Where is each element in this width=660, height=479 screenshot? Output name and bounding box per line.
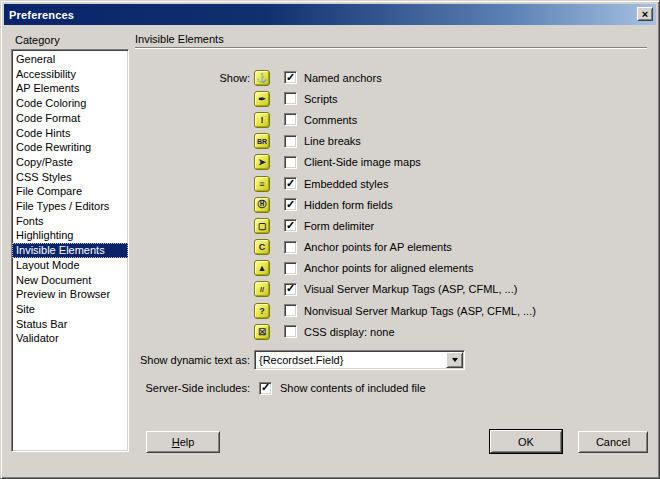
option-row: ➤ Client-Side image maps — [135, 152, 649, 173]
dynamic-text-row: Show dynamic text as: {Recordset.Field} — [135, 350, 465, 370]
help-button[interactable]: Help — [146, 431, 220, 453]
server-side-includes-option-label: Show contents of included file — [280, 382, 426, 394]
option-row: ☒ CSS display: none — [135, 321, 649, 342]
show-label: Show: — [135, 72, 254, 84]
option-checkbox[interactable] — [284, 177, 297, 190]
named-anchors-icon: ⚓ — [254, 70, 270, 86]
option-checkbox[interactable] — [284, 304, 297, 317]
cancel-button[interactable]: Cancel — [578, 431, 648, 453]
cancel-button-label: Cancel — [596, 436, 630, 448]
help-button-label: Help — [172, 436, 195, 448]
option-label: CSS display: none — [304, 326, 395, 338]
category-item-status-bar[interactable]: Status Bar — [12, 317, 128, 332]
option-row: Show: ⚓ Named anchors — [135, 67, 649, 88]
option-row: BR Line breaks — [135, 131, 649, 152]
server-side-includes-label: Server-Side includes: — [135, 382, 254, 394]
category-label: Category — [15, 34, 60, 46]
option-row: C Anchor points for AP elements — [135, 237, 649, 258]
panel-title: Invisible Elements — [135, 33, 224, 45]
ap-elements-anchor-icon: C — [254, 239, 270, 255]
category-item-code-hints[interactable]: Code Hints — [12, 126, 128, 141]
option-checkbox[interactable] — [284, 71, 297, 84]
option-label: Embedded styles — [304, 178, 388, 190]
category-item-site[interactable]: Site — [12, 302, 128, 317]
server-side-includes-row: Server-Side includes: Show contents of i… — [135, 378, 426, 398]
dynamic-text-select[interactable]: {Recordset.Field} — [254, 350, 465, 370]
chevron-down-icon — [452, 358, 458, 362]
category-item-file-types-editors[interactable]: File Types / Editors — [12, 199, 128, 214]
category-item-file-compare[interactable]: File Compare — [12, 184, 128, 199]
comments-icon: ! — [254, 112, 270, 128]
category-item-accessibility[interactable]: Accessibility — [12, 67, 128, 82]
close-button[interactable]: × — [637, 7, 653, 21]
option-label: Form delimiter — [304, 220, 374, 232]
option-checkbox[interactable] — [284, 219, 297, 232]
category-item-css-styles[interactable]: CSS Styles — [12, 170, 128, 185]
image-maps-icon: ➤ — [254, 154, 270, 170]
option-checkbox[interactable] — [284, 113, 297, 126]
option-checkbox[interactable] — [284, 262, 297, 275]
form-delimiter-icon: ▢ — [254, 218, 270, 234]
option-row: ! Comments — [135, 109, 649, 130]
option-checkbox[interactable] — [284, 198, 297, 211]
preferences-dialog: Preferences × Category GeneralAccessibil… — [0, 0, 660, 479]
nonvisual-server-markup-icon: ? — [254, 303, 270, 319]
option-checkbox[interactable] — [284, 283, 297, 296]
ok-button-label: OK — [518, 436, 534, 448]
option-label: Line breaks — [304, 135, 361, 147]
option-label: Named anchors — [304, 72, 382, 84]
embedded-styles-icon: ≡ — [254, 176, 270, 192]
option-row: // Visual Server Markup Tags (ASP, CFML,… — [135, 279, 649, 300]
category-item-ap-elements[interactable]: AP Elements — [12, 81, 128, 96]
aligned-elements-anchor-icon: ▲ — [254, 260, 270, 276]
option-row: ✒ Scripts — [135, 88, 649, 109]
category-item-code-coloring[interactable]: Code Coloring — [12, 96, 128, 111]
option-checkbox[interactable] — [284, 92, 297, 105]
category-item-highlighting[interactable]: Highlighting — [12, 228, 128, 243]
category-item-general[interactable]: General — [12, 52, 128, 67]
option-label: Visual Server Markup Tags (ASP, CFML, ..… — [304, 283, 517, 295]
option-row: ? Nonvisual Server Markup Tags (ASP, CFM… — [135, 300, 649, 321]
hidden-form-fields-icon: Ⓗ — [254, 197, 270, 213]
window-title: Preferences — [9, 9, 74, 21]
ok-button[interactable]: OK — [490, 430, 562, 453]
category-item-code-format[interactable]: Code Format — [12, 111, 128, 126]
category-item-code-rewriting[interactable]: Code Rewriting — [12, 140, 128, 155]
option-label: Comments — [304, 114, 357, 126]
css-display-none-icon: ☒ — [254, 324, 270, 340]
option-label: Hidden form fields — [304, 199, 393, 211]
option-row: ▲ Anchor points for aligned elements — [135, 258, 649, 279]
dynamic-text-value: {Recordset.Field} — [255, 354, 446, 366]
category-item-validator[interactable]: Validator — [12, 331, 128, 346]
dynamic-text-label: Show dynamic text as: — [135, 354, 254, 366]
close-icon: × — [642, 9, 648, 19]
category-item-new-document[interactable]: New Document — [12, 273, 128, 288]
option-checkbox[interactable] — [284, 325, 297, 338]
invisible-elements-options: Show: ⚓ Named anchors ✒ Scripts ! Commen… — [135, 67, 649, 342]
option-label: Anchor points for aligned elements — [304, 262, 473, 274]
category-item-invisible-elements[interactable]: Invisible Elements — [12, 243, 128, 258]
category-item-fonts[interactable]: Fonts — [12, 214, 128, 229]
option-label: Scripts — [304, 93, 338, 105]
category-list[interactable]: GeneralAccessibilityAP ElementsCode Colo… — [11, 49, 129, 452]
option-row: Ⓗ Hidden form fields — [135, 194, 649, 215]
category-item-layout-mode[interactable]: Layout Mode — [12, 258, 128, 273]
category-item-preview-in-browser[interactable]: Preview in Browser — [12, 287, 128, 302]
scripts-icon: ✒ — [254, 91, 270, 107]
titlebar[interactable]: Preferences × — [4, 4, 656, 25]
option-checkbox[interactable] — [284, 241, 297, 254]
combo-dropdown-button[interactable] — [446, 352, 463, 368]
server-side-includes-checkbox[interactable] — [259, 382, 272, 395]
option-row: ▢ Form delimiter — [135, 215, 649, 236]
panel-separator — [135, 47, 647, 49]
option-label: Anchor points for AP elements — [304, 241, 452, 253]
category-item-copy-paste[interactable]: Copy/Paste — [12, 155, 128, 170]
line-breaks-icon: BR — [254, 133, 270, 149]
option-label: Client-Side image maps — [304, 156, 421, 168]
option-label: Nonvisual Server Markup Tags (ASP, CFML,… — [304, 305, 536, 317]
option-checkbox[interactable] — [284, 156, 297, 169]
option-row: ≡ Embedded styles — [135, 173, 649, 194]
option-checkbox[interactable] — [284, 135, 297, 148]
visual-server-markup-icon: // — [254, 281, 270, 297]
